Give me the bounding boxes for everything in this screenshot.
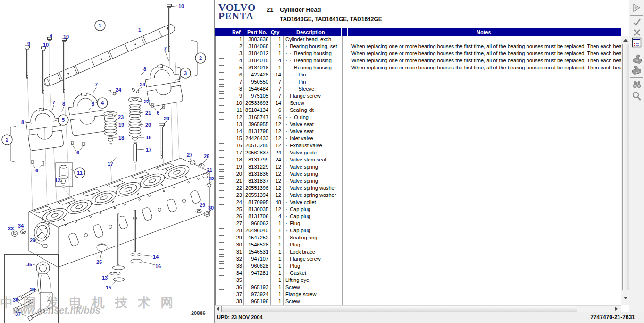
- parts-list-button[interactable]: [631, 37, 643, 48]
- scroll-left-arrow[interactable]: [217, 307, 219, 311]
- row-checkbox[interactable]: [219, 101, 224, 106]
- row-checkbox[interactable]: [219, 94, 224, 99]
- description-cell: · · Bearing housing: [284, 57, 343, 64]
- qty-cell: 12: [271, 128, 284, 135]
- table-row[interactable]: 231840681· Bearing housing, setWhen repl…: [216, 43, 621, 50]
- row-checkbox[interactable]: [219, 285, 224, 290]
- table-row[interactable]: 349472811· Gasket: [216, 270, 621, 277]
- diagram-callout: 10: [63, 34, 69, 40]
- checkbox-cell: [216, 234, 230, 241]
- col-header-description: Description: [296, 29, 325, 35]
- svg-text:4: 4: [101, 100, 104, 106]
- row-checkbox[interactable]: [219, 72, 224, 77]
- previous-picture-button[interactable]: [631, 53, 643, 64]
- row-checkbox[interactable]: [219, 256, 224, 262]
- scroll-right-arrow[interactable]: [615, 307, 618, 311]
- row-checkbox[interactable]: [219, 186, 224, 191]
- table-row[interactable]: 2681317064· Cap plug: [216, 213, 621, 220]
- table-row[interactable]: 369651931Screw: [216, 284, 621, 291]
- table-row[interactable]: 79505507· · · Pin: [216, 78, 621, 85]
- table-row[interactable]: 815464847· · · Sleeve: [216, 85, 621, 93]
- row-checkbox[interactable]: [219, 129, 224, 134]
- table-row[interactable]: 232055139412· Valve spring washer: [216, 192, 621, 199]
- table-row[interactable]: 24817099548· Valve collet: [216, 199, 621, 206]
- table-row[interactable]: 431840154· · Bearing housingWhen replaci…: [216, 57, 621, 64]
- table-row[interactable]: 172056283724· Valve guide: [216, 149, 621, 156]
- table-row[interactable]: 152442643312· Inlet valve: [216, 135, 621, 142]
- table-row[interactable]: 222055139612· Valve spring washer: [216, 185, 621, 192]
- svg-text:2: 2: [6, 137, 8, 143]
- table-row[interactable]: 351Lifting eye: [216, 277, 621, 284]
- table-row[interactable]: 25813003512· Cap plug: [216, 206, 621, 213]
- table-row[interactable]: 339606281· Plug: [216, 263, 621, 270]
- table-row[interactable]: 1231657476· · O-ring: [216, 114, 621, 121]
- gap-cell: [343, 213, 348, 220]
- table-row[interactable]: 102053369314· Screw: [216, 100, 621, 107]
- table-row[interactable]: 19813122912· Valve spring: [216, 163, 621, 170]
- row-checkbox[interactable]: [219, 178, 224, 184]
- table-row[interactable]: 3115465311· Lock brace: [216, 248, 621, 255]
- table-row[interactable]: 28204960401· Cap plug: [216, 227, 621, 234]
- qty-cell: 1: [271, 234, 284, 241]
- row-checkbox[interactable]: [219, 264, 224, 269]
- table-row[interactable]: 389651961Screw: [216, 298, 621, 305]
- table-row[interactable]: 11851041346· Sealing kit: [216, 107, 621, 114]
- row-checkbox[interactable]: [219, 228, 224, 233]
- play-button[interactable]: [631, 2, 643, 14]
- row-checkbox[interactable]: [219, 58, 224, 63]
- row-checkbox[interactable]: [219, 242, 224, 247]
- row-checkbox[interactable]: [219, 249, 224, 255]
- table-row[interactable]: 14813179812· Valve seat: [216, 128, 621, 135]
- notes-vertical-scrollbar[interactable]: [621, 36, 629, 305]
- table-row[interactable]: 329471071· Flange screw: [216, 255, 621, 263]
- scroll-down-arrow[interactable]: [623, 297, 628, 299]
- row-checkbox[interactable]: [219, 200, 224, 205]
- row-checkbox[interactable]: [219, 207, 224, 212]
- row-checkbox[interactable]: [219, 51, 224, 56]
- table-row[interactable]: 531840181· · Bearing housingWhen replaci…: [216, 64, 621, 71]
- next-picture-button[interactable]: [631, 65, 643, 76]
- table-row[interactable]: 162051328512· Exhaust valve: [216, 142, 621, 149]
- table-row[interactable]: 379739241Flange screw: [216, 291, 621, 298]
- row-checkbox[interactable]: [219, 136, 224, 141]
- row-checkbox[interactable]: [219, 164, 224, 170]
- row-checkbox[interactable]: [219, 157, 224, 162]
- row-checkbox[interactable]: [219, 79, 224, 85]
- table-row[interactable]: 3015465281· Plug: [216, 241, 621, 248]
- scroll-up-arrow[interactable]: [623, 39, 628, 42]
- zoom-button[interactable]: [631, 91, 643, 102]
- table-row[interactable]: 2915472521· Sealing ring: [216, 234, 621, 241]
- row-checkbox[interactable]: [219, 150, 224, 155]
- table-row[interactable]: 20813183612· Valve spring: [216, 170, 621, 178]
- table-row[interactable]: 18813179924· Valve stem seal: [216, 156, 621, 163]
- row-checkbox[interactable]: [219, 122, 224, 127]
- row-checkbox[interactable]: [219, 299, 224, 304]
- row-checkbox[interactable]: [219, 44, 224, 49]
- table-row[interactable]: 279680621· Plug: [216, 220, 621, 227]
- row-checkbox[interactable]: [219, 171, 224, 177]
- row-checkbox[interactable]: [219, 271, 224, 276]
- row-checkbox[interactable]: [219, 86, 224, 92]
- table-row[interactable]: 99751057· Flange screw: [216, 93, 621, 100]
- table-row[interactable]: 21813183712· Valve spring: [216, 178, 621, 185]
- row-checkbox[interactable]: [219, 193, 224, 198]
- row-checkbox[interactable]: [219, 235, 224, 240]
- row-checkbox[interactable]: [219, 115, 224, 120]
- table-row[interactable]: 331840121· · Bearing housingWhen replaci…: [216, 50, 621, 57]
- row-checkbox[interactable]: [219, 65, 224, 70]
- find-button[interactable]: [631, 79, 643, 90]
- confirm-button[interactable]: [631, 17, 643, 28]
- table-row[interactable]: 642242614· · · Pin: [216, 71, 621, 78]
- row-checkbox[interactable]: [219, 221, 224, 226]
- description-cell: · Valve spring: [284, 178, 343, 185]
- table-row[interactable]: 13396595512· Valve seat: [216, 121, 621, 128]
- table-row[interactable]: 138036361Cylinder head, exch: [216, 36, 621, 43]
- diagram-callout: 18: [146, 135, 151, 140]
- row-checkbox[interactable]: [219, 108, 224, 113]
- vertical-scroll-thumb[interactable]: [622, 44, 629, 290]
- row-checkbox[interactable]: [219, 292, 224, 297]
- row-checkbox[interactable]: [219, 214, 224, 219]
- horizontal-scrollbar[interactable]: [215, 305, 621, 312]
- row-checkbox[interactable]: [219, 143, 224, 148]
- row-checkbox[interactable]: [219, 37, 224, 42]
